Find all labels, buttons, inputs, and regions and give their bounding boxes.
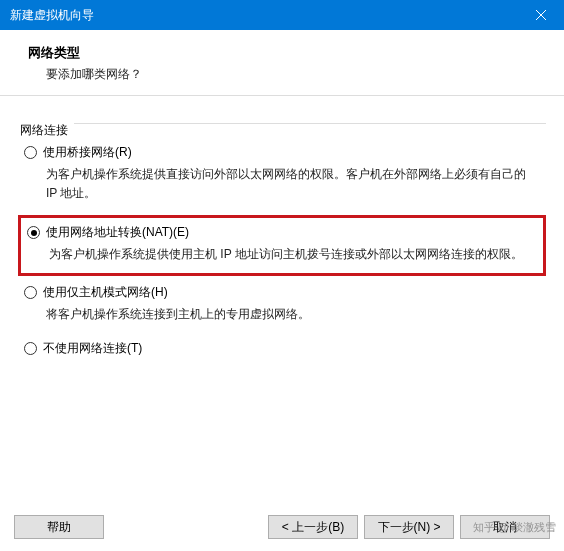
close-icon bbox=[536, 10, 546, 20]
radio-label: 使用仅主机模式网络(H) bbox=[43, 284, 168, 301]
radio-input[interactable] bbox=[27, 226, 40, 239]
radio-label: 使用桥接网络(R) bbox=[43, 144, 132, 161]
button-bar: 帮助 < 上一步(B) 下一步(N) > 取消 bbox=[0, 515, 564, 539]
radio-description: 将客户机操作系统连接到主机上的专用虚拟网络。 bbox=[46, 305, 540, 324]
radio-input[interactable] bbox=[24, 286, 37, 299]
radio-label: 使用网络地址转换(NAT)(E) bbox=[46, 224, 189, 241]
content-area: 网络连接 使用桥接网络(R)为客户机操作系统提供直接访问外部以太网网络的权限。客… bbox=[0, 96, 564, 377]
fieldset-legend: 网络连接 bbox=[20, 123, 68, 137]
radio-input[interactable] bbox=[24, 342, 37, 355]
radio-line[interactable]: 使用仅主机模式网络(H) bbox=[24, 284, 540, 301]
wizard-header: 网络类型 要添加哪类网络？ bbox=[0, 30, 564, 96]
network-fieldset: 使用桥接网络(R)为客户机操作系统提供直接访问外部以太网网络的权限。客户机在外部… bbox=[18, 123, 546, 367]
help-button[interactable]: 帮助 bbox=[14, 515, 104, 539]
page-subtitle: 要添加哪类网络？ bbox=[46, 66, 542, 83]
close-button[interactable] bbox=[518, 0, 564, 30]
radio-line[interactable]: 使用网络地址转换(NAT)(E) bbox=[27, 224, 537, 241]
titlebar: 新建虚拟机向导 bbox=[0, 0, 564, 30]
radio-input[interactable] bbox=[24, 146, 37, 159]
radio-option-1: 使用网络地址转换(NAT)(E)为客户机操作系统提供使用主机 IP 地址访问主机… bbox=[18, 215, 546, 275]
radio-option-3: 不使用网络连接(T) bbox=[18, 334, 546, 367]
page-title: 网络类型 bbox=[28, 44, 542, 62]
cancel-button[interactable]: 取消 bbox=[460, 515, 550, 539]
radio-label: 不使用网络连接(T) bbox=[43, 340, 142, 357]
radio-description: 为客户机操作系统提供使用主机 IP 地址访问主机拨号连接或外部以太网网络连接的权… bbox=[49, 245, 537, 264]
radio-line[interactable]: 不使用网络连接(T) bbox=[24, 340, 540, 357]
radio-option-0: 使用桥接网络(R)为客户机操作系统提供直接访问外部以太网网络的权限。客户机在外部… bbox=[18, 138, 546, 213]
radio-description: 为客户机操作系统提供直接访问外部以太网网络的权限。客户机在外部网络上必须有自己的… bbox=[46, 165, 540, 203]
next-button[interactable]: 下一步(N) > bbox=[364, 515, 454, 539]
window-title: 新建虚拟机向导 bbox=[10, 7, 518, 24]
radio-option-2: 使用仅主机模式网络(H)将客户机操作系统连接到主机上的专用虚拟网络。 bbox=[18, 278, 546, 334]
back-button[interactable]: < 上一步(B) bbox=[268, 515, 358, 539]
radio-line[interactable]: 使用桥接网络(R) bbox=[24, 144, 540, 161]
radio-group: 使用桥接网络(R)为客户机操作系统提供直接访问外部以太网网络的权限。客户机在外部… bbox=[18, 138, 546, 367]
